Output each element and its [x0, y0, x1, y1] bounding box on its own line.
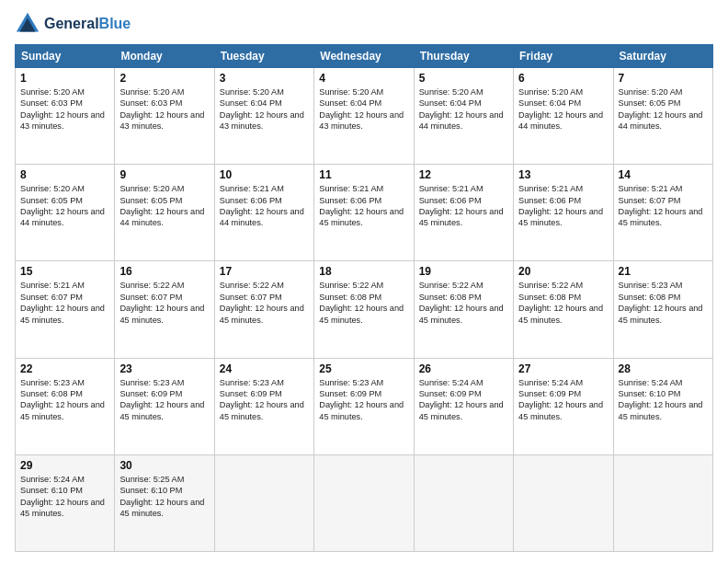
cell-info: Sunrise: 5:20 AMSunset: 6:04 PMDaylight:…: [518, 86, 608, 132]
cell-info: Sunrise: 5:21 AMSunset: 6:06 PMDaylight:…: [518, 183, 608, 229]
cell-info: Sunrise: 5:24 AMSunset: 6:10 PMDaylight:…: [20, 474, 109, 520]
calendar-body: 1Sunrise: 5:20 AMSunset: 6:03 PMDaylight…: [16, 68, 713, 552]
cell-info: Sunrise: 5:21 AMSunset: 6:06 PMDaylight:…: [319, 183, 408, 229]
cell-info: Sunrise: 5:20 AMSunset: 6:05 PMDaylight:…: [20, 183, 109, 229]
calendar-week-row: 8Sunrise: 5:20 AMSunset: 6:05 PMDaylight…: [16, 165, 713, 261]
calendar-cell: 17Sunrise: 5:22 AMSunset: 6:07 PMDayligh…: [214, 261, 313, 358]
cell-info: Sunrise: 5:22 AMSunset: 6:07 PMDaylight:…: [220, 280, 309, 326]
header: GeneralBlue: [15, 11, 713, 37]
cell-info: Sunrise: 5:23 AMSunset: 6:09 PMDaylight:…: [319, 377, 408, 423]
calendar-cell: 29Sunrise: 5:24 AMSunset: 6:10 PMDayligh…: [16, 454, 115, 551]
cell-info: Sunrise: 5:23 AMSunset: 6:08 PMDaylight:…: [20, 377, 109, 423]
calendar-week-row: 1Sunrise: 5:20 AMSunset: 6:03 PMDaylight…: [16, 68, 713, 165]
calendar-cell: 12Sunrise: 5:21 AMSunset: 6:06 PMDayligh…: [414, 165, 513, 261]
cell-info: Sunrise: 5:22 AMSunset: 6:08 PMDaylight:…: [319, 280, 408, 326]
cell-info: Sunrise: 5:23 AMSunset: 6:08 PMDaylight:…: [619, 280, 708, 326]
cell-info: Sunrise: 5:22 AMSunset: 6:08 PMDaylight:…: [419, 280, 508, 326]
day-number: 14: [619, 168, 708, 181]
calendar-table: SundayMondayTuesdayWednesdayThursdayFrid…: [15, 44, 713, 552]
day-number: 24: [220, 362, 309, 375]
cell-info: Sunrise: 5:20 AMSunset: 6:04 PMDaylight:…: [319, 86, 408, 132]
cell-info: Sunrise: 5:23 AMSunset: 6:09 PMDaylight:…: [220, 377, 309, 423]
day-number: 11: [319, 168, 408, 181]
day-number: 1: [20, 72, 109, 85]
day-number: 6: [518, 72, 608, 85]
calendar-cell: 18Sunrise: 5:22 AMSunset: 6:08 PMDayligh…: [314, 261, 414, 358]
calendar-cell: 26Sunrise: 5:24 AMSunset: 6:09 PMDayligh…: [414, 358, 513, 454]
calendar-cell: 4Sunrise: 5:20 AMSunset: 6:04 PMDaylight…: [314, 68, 414, 165]
cell-info: Sunrise: 5:21 AMSunset: 6:06 PMDaylight:…: [419, 183, 508, 229]
calendar-cell: 30Sunrise: 5:25 AMSunset: 6:10 PMDayligh…: [115, 454, 214, 551]
day-number: 28: [619, 362, 708, 375]
calendar-cell: 28Sunrise: 5:24 AMSunset: 6:10 PMDayligh…: [613, 358, 712, 454]
calendar-header-row: SundayMondayTuesdayWednesdayThursdayFrid…: [16, 45, 713, 68]
day-number: 16: [119, 265, 209, 278]
calendar-cell: 15Sunrise: 5:21 AMSunset: 6:07 PMDayligh…: [16, 261, 115, 358]
day-number: 18: [319, 265, 408, 278]
day-number: 29: [20, 459, 109, 472]
calendar-cell: 14Sunrise: 5:21 AMSunset: 6:07 PMDayligh…: [613, 165, 712, 261]
cell-info: Sunrise: 5:25 AMSunset: 6:10 PMDaylight:…: [119, 474, 209, 520]
weekday-header: Tuesday: [214, 45, 313, 68]
cell-info: Sunrise: 5:20 AMSunset: 6:03 PMDaylight:…: [20, 86, 109, 132]
day-number: 13: [518, 168, 608, 181]
calendar-cell: [214, 454, 313, 551]
day-number: 12: [419, 168, 508, 181]
weekday-header: Wednesday: [314, 45, 414, 68]
cell-info: Sunrise: 5:22 AMSunset: 6:07 PMDaylight:…: [119, 280, 209, 326]
calendar-cell: 13Sunrise: 5:21 AMSunset: 6:06 PMDayligh…: [514, 165, 613, 261]
day-number: 30: [119, 459, 209, 472]
calendar-week-row: 15Sunrise: 5:21 AMSunset: 6:07 PMDayligh…: [16, 261, 713, 358]
cell-info: Sunrise: 5:21 AMSunset: 6:07 PMDaylight:…: [619, 183, 708, 229]
cell-info: Sunrise: 5:20 AMSunset: 6:04 PMDaylight:…: [220, 86, 309, 132]
calendar-cell: [514, 454, 613, 551]
day-number: 7: [619, 72, 708, 85]
weekday-header: Friday: [514, 45, 613, 68]
calendar-cell: 27Sunrise: 5:24 AMSunset: 6:09 PMDayligh…: [514, 358, 613, 454]
day-number: 8: [20, 168, 109, 181]
calendar-week-row: 29Sunrise: 5:24 AMSunset: 6:10 PMDayligh…: [16, 454, 713, 551]
calendar-cell: 22Sunrise: 5:23 AMSunset: 6:08 PMDayligh…: [16, 358, 115, 454]
calendar-cell: 21Sunrise: 5:23 AMSunset: 6:08 PMDayligh…: [613, 261, 712, 358]
day-number: 5: [419, 72, 508, 85]
calendar-week-row: 22Sunrise: 5:23 AMSunset: 6:08 PMDayligh…: [16, 358, 713, 454]
calendar-cell: 11Sunrise: 5:21 AMSunset: 6:06 PMDayligh…: [314, 165, 414, 261]
cell-info: Sunrise: 5:22 AMSunset: 6:08 PMDaylight:…: [518, 280, 608, 326]
day-number: 9: [119, 168, 209, 181]
day-number: 15: [20, 265, 109, 278]
day-number: 4: [319, 72, 408, 85]
page: GeneralBlue SundayMondayTuesdayWednesday…: [0, 0, 728, 563]
day-number: 20: [518, 265, 608, 278]
calendar-cell: [314, 454, 414, 551]
calendar-cell: 23Sunrise: 5:23 AMSunset: 6:09 PMDayligh…: [115, 358, 214, 454]
day-number: 21: [619, 265, 708, 278]
calendar-cell: [414, 454, 513, 551]
day-number: 17: [220, 265, 309, 278]
calendar-cell: 8Sunrise: 5:20 AMSunset: 6:05 PMDaylight…: [16, 165, 115, 261]
calendar-cell: 2Sunrise: 5:20 AMSunset: 6:03 PMDaylight…: [115, 68, 214, 165]
cell-info: Sunrise: 5:21 AMSunset: 6:07 PMDaylight:…: [20, 280, 109, 326]
day-number: 27: [518, 362, 608, 375]
cell-info: Sunrise: 5:20 AMSunset: 6:05 PMDaylight:…: [119, 183, 209, 229]
cell-info: Sunrise: 5:20 AMSunset: 6:04 PMDaylight:…: [419, 86, 508, 132]
day-number: 10: [220, 168, 309, 181]
day-number: 3: [220, 72, 309, 85]
weekday-header: Sunday: [16, 45, 115, 68]
cell-info: Sunrise: 5:24 AMSunset: 6:09 PMDaylight:…: [518, 377, 608, 423]
day-number: 26: [419, 362, 508, 375]
cell-info: Sunrise: 5:20 AMSunset: 6:05 PMDaylight:…: [619, 86, 708, 132]
calendar-cell: 7Sunrise: 5:20 AMSunset: 6:05 PMDaylight…: [613, 68, 712, 165]
cell-info: Sunrise: 5:24 AMSunset: 6:09 PMDaylight:…: [419, 377, 508, 423]
logo: GeneralBlue: [15, 11, 131, 37]
calendar-cell: 16Sunrise: 5:22 AMSunset: 6:07 PMDayligh…: [115, 261, 214, 358]
calendar-cell: 3Sunrise: 5:20 AMSunset: 6:04 PMDaylight…: [214, 68, 313, 165]
calendar-cell: 6Sunrise: 5:20 AMSunset: 6:04 PMDaylight…: [514, 68, 613, 165]
calendar-cell: 5Sunrise: 5:20 AMSunset: 6:04 PMDaylight…: [414, 68, 513, 165]
cell-info: Sunrise: 5:20 AMSunset: 6:03 PMDaylight:…: [119, 86, 209, 132]
calendar-cell: 10Sunrise: 5:21 AMSunset: 6:06 PMDayligh…: [214, 165, 313, 261]
calendar-cell: 19Sunrise: 5:22 AMSunset: 6:08 PMDayligh…: [414, 261, 513, 358]
weekday-header: Monday: [115, 45, 214, 68]
logo-text: GeneralBlue: [44, 16, 131, 32]
calendar-cell: 24Sunrise: 5:23 AMSunset: 6:09 PMDayligh…: [214, 358, 313, 454]
weekday-header: Thursday: [414, 45, 513, 68]
